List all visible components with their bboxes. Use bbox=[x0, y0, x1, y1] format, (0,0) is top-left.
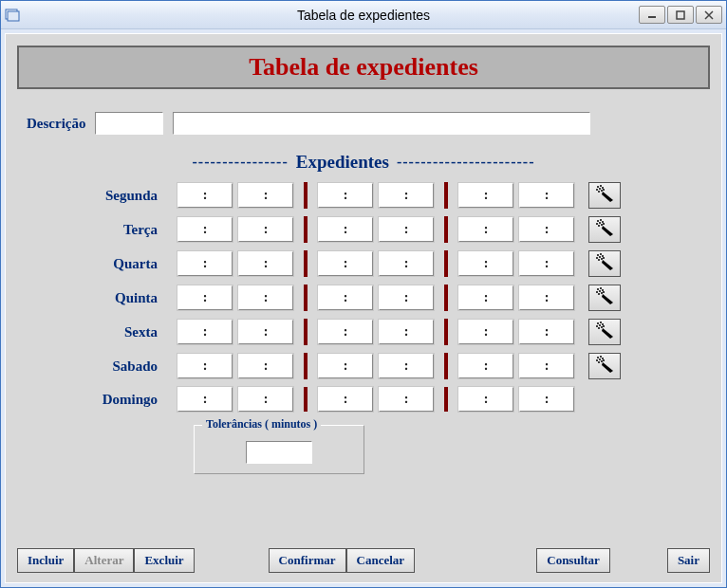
time-cell[interactable]: : bbox=[458, 320, 513, 344]
period-1: : : bbox=[169, 387, 302, 412]
window-controls bbox=[639, 6, 722, 24]
spray-icon-button[interactable] bbox=[588, 182, 621, 209]
section-title: Expedientes bbox=[296, 152, 389, 173]
descricao-code-input[interactable] bbox=[95, 112, 163, 135]
time-cell[interactable]: : bbox=[177, 320, 233, 344]
period-2: : : bbox=[309, 183, 442, 208]
day-label: Terça bbox=[27, 222, 169, 238]
time-cell[interactable]: : bbox=[379, 183, 434, 208]
confirmar-button[interactable]: Confirmar bbox=[269, 548, 346, 573]
client-area: Tabela de expedientes Descrição --------… bbox=[5, 33, 722, 583]
time-cell[interactable]: : bbox=[177, 354, 233, 378]
svg-point-14 bbox=[599, 222, 601, 224]
spray-icon-button[interactable] bbox=[588, 216, 621, 243]
period-1: : : bbox=[169, 354, 302, 378]
spray-icon-button[interactable] bbox=[588, 285, 621, 311]
time-cell[interactable]: : bbox=[318, 285, 373, 310]
time-cell[interactable]: : bbox=[519, 285, 574, 310]
time-cell[interactable]: : bbox=[177, 251, 233, 276]
consultar-button[interactable]: Consultar bbox=[536, 548, 610, 573]
time-cell[interactable]: : bbox=[519, 387, 574, 412]
time-cell[interactable]: : bbox=[519, 354, 574, 378]
cancelar-button[interactable]: Cancelar bbox=[346, 548, 416, 573]
time-cell[interactable]: : bbox=[238, 251, 293, 276]
svg-point-26 bbox=[598, 259, 600, 261]
descricao-row: Descrição bbox=[27, 112, 700, 135]
alterar-button[interactable]: Alterar bbox=[74, 548, 134, 573]
period-2: : : bbox=[309, 387, 442, 412]
svg-point-41 bbox=[601, 326, 603, 328]
time-cell[interactable]: : bbox=[458, 285, 513, 310]
svg-point-20 bbox=[597, 254, 599, 256]
period-2: : : bbox=[309, 251, 442, 276]
time-cell[interactable]: : bbox=[238, 387, 293, 412]
time-cell[interactable]: : bbox=[458, 183, 513, 208]
time-cell[interactable]: : bbox=[177, 387, 233, 412]
spray-icon-button[interactable] bbox=[588, 353, 621, 379]
time-cell[interactable]: : bbox=[379, 354, 434, 378]
time-cell[interactable]: : bbox=[318, 251, 373, 276]
time-cell[interactable]: : bbox=[458, 251, 513, 276]
dashes-right: ----------------------- bbox=[397, 154, 535, 171]
svg-point-7 bbox=[602, 187, 604, 189]
time-cell[interactable]: : bbox=[519, 183, 574, 208]
vertical-separator bbox=[304, 216, 308, 243]
spray-icon-button[interactable] bbox=[588, 319, 621, 345]
sair-button[interactable]: Sair bbox=[667, 548, 710, 573]
day-label: Quarta bbox=[27, 256, 169, 272]
time-cell[interactable]: : bbox=[379, 387, 434, 412]
svg-point-4 bbox=[597, 186, 599, 188]
time-cell[interactable]: : bbox=[238, 183, 293, 208]
time-cell[interactable]: : bbox=[519, 251, 574, 276]
time-cell[interactable]: : bbox=[379, 285, 434, 310]
titlebar: Tabela de expedientes bbox=[1, 1, 726, 29]
time-cell[interactable]: : bbox=[318, 387, 373, 412]
svg-point-27 bbox=[603, 257, 605, 259]
time-cell[interactable]: : bbox=[379, 251, 434, 276]
time-cell[interactable]: : bbox=[318, 217, 373, 242]
time-cell[interactable]: : bbox=[458, 387, 513, 412]
svg-point-37 bbox=[600, 322, 602, 323]
descricao-text-input[interactable] bbox=[173, 112, 590, 135]
time-cell[interactable]: : bbox=[458, 354, 513, 378]
time-cell[interactable]: : bbox=[519, 320, 574, 344]
time-cell[interactable]: : bbox=[238, 354, 293, 378]
svg-point-50 bbox=[598, 361, 600, 363]
vertical-separator bbox=[444, 216, 448, 243]
svg-point-16 bbox=[596, 223, 598, 225]
maximize-button[interactable] bbox=[667, 6, 694, 24]
spray-icon-button[interactable] bbox=[588, 250, 621, 277]
incluir-button[interactable]: Incluir bbox=[17, 548, 74, 573]
time-cell[interactable]: : bbox=[379, 320, 434, 344]
time-cell[interactable]: : bbox=[177, 183, 233, 208]
excluir-button[interactable]: Excluir bbox=[134, 548, 194, 573]
close-button[interactable] bbox=[696, 6, 722, 24]
spray-icon bbox=[594, 218, 615, 241]
banner-title: Tabela de expedientes bbox=[249, 53, 478, 81]
time-cell[interactable]: : bbox=[318, 354, 373, 378]
time-cell[interactable]: : bbox=[458, 217, 513, 242]
vertical-separator bbox=[304, 285, 308, 311]
time-cell[interactable]: : bbox=[318, 320, 373, 344]
svg-point-19 bbox=[603, 223, 605, 225]
day-label: Domingo bbox=[27, 392, 169, 408]
svg-point-25 bbox=[601, 258, 603, 260]
svg-point-11 bbox=[603, 189, 605, 191]
time-cell[interactable]: : bbox=[177, 285, 233, 310]
tolerancias-input[interactable] bbox=[246, 441, 312, 464]
time-cell[interactable]: : bbox=[318, 183, 373, 208]
time-cell[interactable]: : bbox=[177, 217, 233, 242]
period-1: : : bbox=[169, 320, 302, 344]
minimize-button[interactable] bbox=[639, 6, 665, 24]
time-cell[interactable]: : bbox=[519, 217, 574, 242]
vertical-separator bbox=[444, 353, 448, 379]
bottom-toolbar: Incluir Alterar Excluir Confirmar Cancel… bbox=[17, 548, 710, 573]
time-cell[interactable]: : bbox=[379, 217, 434, 242]
time-cell[interactable]: : bbox=[238, 320, 293, 344]
tolerancias-group: Tolerâncias ( minutos ) bbox=[194, 425, 364, 474]
svg-point-22 bbox=[599, 256, 601, 258]
time-cell[interactable]: : bbox=[238, 285, 293, 310]
time-cell[interactable]: : bbox=[238, 217, 293, 242]
vertical-separator bbox=[304, 353, 308, 379]
spray-icon bbox=[594, 321, 615, 343]
